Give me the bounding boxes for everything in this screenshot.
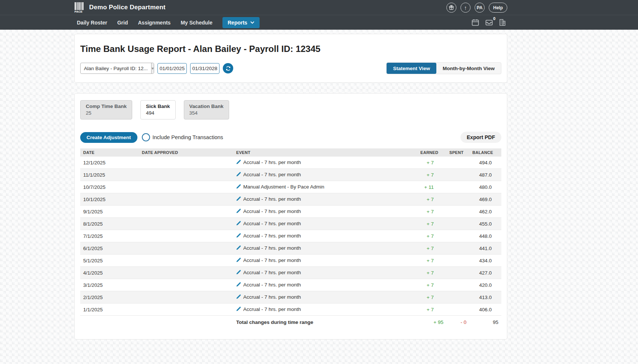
table-row: 6/1/2025 Accrual - 7 hrs. per month + 7 … — [80, 242, 501, 255]
table-row: 7/1/2025 Accrual - 7 hrs. per month + 7 … — [80, 230, 501, 242]
table-row: 11/1/2025 Accrual - 7 hrs. per month + 7… — [80, 169, 501, 181]
notifications-tray-icon[interactable]: 0 — [485, 19, 493, 26]
total-label: Total changes during time range — [233, 316, 417, 329]
cell-earned: + 7 — [417, 157, 446, 169]
cell-date: 9/1/2025 — [80, 206, 139, 218]
col-earned: EARNED — [417, 148, 446, 157]
edit-pencil-icon[interactable] — [236, 258, 241, 263]
report-header-card: Time Bank Usage Report - Alan Bailey - P… — [74, 34, 507, 83]
notification-badge: 0 — [493, 16, 495, 21]
cell-spent — [446, 206, 469, 218]
nav-grid[interactable]: Grid — [117, 20, 128, 26]
cell-date: 7/1/2025 — [80, 230, 139, 242]
edit-pencil-icon[interactable] — [236, 245, 241, 251]
gift-icon[interactable] — [446, 3, 456, 13]
cell-earned: + 7 — [417, 255, 446, 267]
cell-balance: 413.0 — [469, 291, 501, 304]
include-pending-checkbox[interactable] — [142, 133, 150, 141]
cell-event: Accrual - 7 hrs. per month — [233, 255, 417, 267]
start-date-input[interactable] — [157, 63, 187, 74]
avatar[interactable]: PA — [475, 3, 485, 13]
cell-earned: + 7 — [417, 230, 446, 242]
total-spent: - 0 — [446, 316, 469, 329]
cell-earned: + 7 — [417, 206, 446, 218]
cell-spent — [446, 169, 469, 181]
total-earned: + 95 — [417, 316, 446, 329]
edit-pencil-icon[interactable] — [236, 270, 241, 276]
cell-date: 4/1/2025 — [80, 267, 139, 279]
table-row: 4/1/2025 Accrual - 7 hrs. per month + 7 … — [80, 267, 501, 279]
edit-pencil-icon[interactable] — [236, 160, 241, 165]
include-pending-label: Include Pending Transactions — [153, 134, 223, 140]
edit-pencil-icon[interactable] — [236, 209, 241, 214]
cell-balance: 420.0 — [469, 279, 501, 291]
cell-balance: 406.0 — [469, 304, 501, 316]
edit-pencil-icon[interactable] — [236, 294, 241, 300]
report-body-card: Comp Time Bank 25 Sick Bank 494 Vacation… — [74, 93, 507, 340]
month-by-month-view-tab[interactable]: Month-by-Month View — [436, 63, 501, 74]
cell-event: Accrual - 7 hrs. per month — [233, 169, 417, 181]
bank-card-comp-time[interactable]: Comp Time Bank 25 — [80, 100, 132, 119]
svg-text:PACE: PACE — [75, 10, 83, 13]
cell-event: Accrual - 7 hrs. per month — [233, 157, 417, 169]
cell-event: Accrual - 7 hrs. per month — [233, 267, 417, 279]
cell-date: 3/1/2025 — [80, 279, 139, 291]
table-row: 2/1/2025 Accrual - 7 hrs. per month + 7 … — [80, 291, 501, 304]
col-spent: SPENT — [446, 148, 469, 157]
cell-date: 1/1/2025 — [80, 304, 139, 316]
edit-pencil-icon[interactable] — [236, 172, 241, 178]
statement-view-tab[interactable]: Statement View — [387, 63, 436, 74]
cell-earned: + 7 — [417, 218, 446, 230]
refresh-button[interactable] — [223, 63, 233, 73]
nav-my-schedule[interactable]: My Schedule — [180, 20, 212, 26]
cell-spent — [446, 304, 469, 316]
edit-pencil-icon[interactable] — [236, 196, 241, 202]
nav-reports[interactable]: Reports — [222, 17, 260, 28]
cell-earned: + 7 — [417, 304, 446, 316]
help-button[interactable]: Help — [489, 3, 507, 13]
top-navbar: PACE Demo Police Department ↑ PA Help — [0, 0, 638, 30]
cell-earned: + 7 — [417, 291, 446, 304]
nav-assignments[interactable]: Assignments — [138, 20, 170, 26]
cell-earned: + 7 — [417, 169, 446, 181]
building-icon[interactable] — [499, 19, 506, 26]
bank-card-vacation[interactable]: Vacation Bank 354 — [184, 100, 229, 119]
cell-balance: 455.0 — [469, 218, 501, 230]
table-row: 1/1/2025 Accrual - 7 hrs. per month + 7 … — [80, 304, 501, 316]
cell-date: 10/7/2025 — [80, 181, 139, 193]
cell-event: Accrual - 7 hrs. per month — [233, 291, 417, 304]
cell-balance: 469.0 — [469, 193, 501, 206]
edit-pencil-icon[interactable] — [236, 282, 241, 288]
calendar-icon[interactable] — [472, 19, 479, 26]
bank-card-sick[interactable]: Sick Bank 494 — [140, 100, 176, 119]
edit-pencil-icon[interactable] — [236, 221, 241, 227]
cell-date: 6/1/2025 — [80, 242, 139, 255]
pace-logo-icon: PACE — [74, 2, 84, 13]
cell-date: 5/1/2025 — [80, 255, 139, 267]
scroll-top-icon[interactable]: ↑ — [460, 3, 471, 13]
col-event: EVENT — [233, 148, 417, 157]
table-row: 5/1/2025 Accrual - 7 hrs. per month + 7 … — [80, 255, 501, 267]
cell-date-approved — [139, 169, 233, 181]
edit-pencil-icon[interactable] — [236, 233, 241, 239]
cell-date-approved — [139, 279, 233, 291]
end-date-input[interactable] — [190, 63, 219, 74]
cell-date-approved — [139, 157, 233, 169]
cell-event: Accrual - 7 hrs. per month — [233, 218, 417, 230]
edit-pencil-icon[interactable] — [236, 306, 241, 312]
cell-event: Accrual - 7 hrs. per month — [233, 206, 417, 218]
cell-spent — [446, 255, 469, 267]
cell-balance: 462.0 — [469, 206, 501, 218]
edit-pencil-icon[interactable] — [236, 184, 241, 190]
employee-select[interactable]: Alan Bailey - Payroll ID: 12... ▾ — [80, 63, 154, 74]
create-adjustment-button[interactable]: Create Adjustment — [80, 132, 137, 143]
cell-spent — [446, 181, 469, 193]
table-body: 12/1/2025 Accrual - 7 hrs. per month + 7… — [80, 157, 501, 316]
nav-daily-roster[interactable]: Daily Roster — [77, 20, 107, 26]
export-pdf-button[interactable]: Export PDF — [460, 132, 501, 143]
table-row: 8/1/2025 Accrual - 7 hrs. per month + 7 … — [80, 218, 501, 230]
select-caret-icon: ▾ — [151, 63, 154, 73]
time-bank-table: DATE DATE APPROVED EVENT EARNED SPENT BA… — [80, 148, 501, 329]
cell-date-approved — [139, 304, 233, 316]
cell-event: Accrual - 7 hrs. per month — [233, 193, 417, 206]
